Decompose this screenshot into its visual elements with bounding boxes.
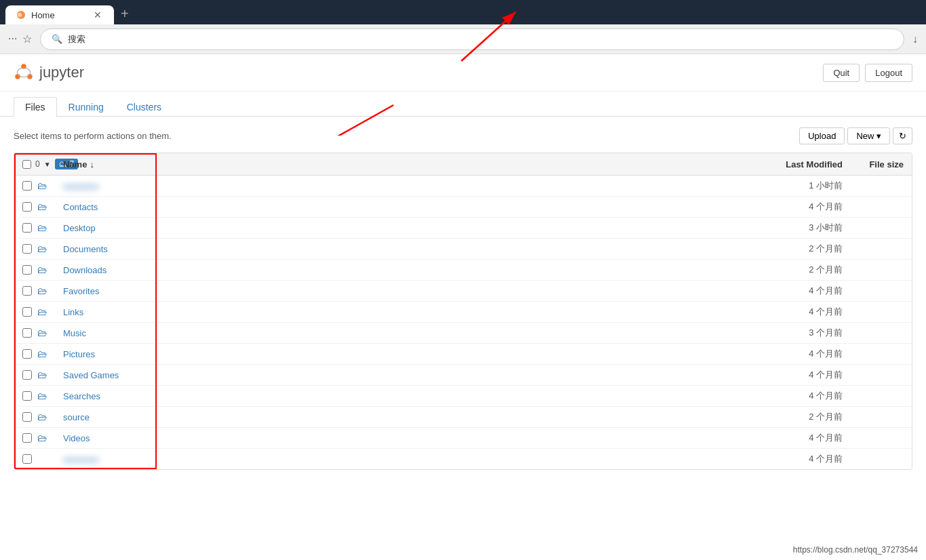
row-modified: 1 小时前 [748,180,843,192]
page-tabs: Files Running Clusters [0,92,926,117]
table-row: 🗁Downloads2 个月前 [14,260,912,281]
row-checkbox[interactable] [22,370,32,380]
dropdown-icon[interactable]: ▼ [44,161,51,168]
bookmark-icon[interactable]: ☆ [22,33,32,45]
content-area: Select items to perform actions on them.… [0,117,926,481]
file-link[interactable]: Desktop [63,223,96,233]
row-name-cell: Favorites [63,286,748,296]
row-checkbox[interactable] [22,181,32,191]
folder-icon: 🗁 [37,369,47,380]
row-modified: 4 个月前 [748,432,843,444]
folder-icon: 🗁 [37,348,47,359]
row-name-cell: Documents [63,244,748,254]
row-checkbox-cell: 🗁 [22,327,63,338]
row-name-cell: Searches [63,391,748,401]
header-file-size[interactable]: File size [843,159,904,169]
row-checkbox[interactable] [22,412,32,422]
row-checkbox[interactable] [22,433,32,443]
row-checkbox-cell: 🗁 [22,285,63,296]
dots-menu[interactable]: ··· [8,33,17,45]
logout-button[interactable]: Logout [865,64,912,82]
row-checkbox-cell: 🗁 [22,264,63,275]
search-icon-small: 🔍 [52,34,62,44]
row-name-cell: Saved Games [63,370,748,380]
row-modified: 2 个月前 [748,243,843,255]
row-checkbox-cell: 🗁 [22,201,63,212]
new-tab-button[interactable]: + [115,3,134,24]
tab-close-button[interactable]: ✕ [92,9,103,20]
row-name-cell: source [63,412,748,422]
table-row: 🗁Documents2 个月前 [14,239,912,260]
file-link[interactable]: Searches [63,391,100,401]
row-modified: 4 个月前 [748,369,843,381]
address-input[interactable]: 🔍 搜索 [40,28,904,50]
row-checkbox[interactable] [22,265,32,275]
file-link[interactable]: Pictures [63,349,95,359]
browser-chrome: Home ✕ + [0,0,926,24]
file-link[interactable]: Saved Games [63,370,119,380]
blurred-name: xxxxxxxx [63,454,98,464]
refresh-button[interactable]: ↻ [893,127,912,144]
tab-favicon [16,10,26,20]
file-link[interactable]: Favorites [63,286,99,296]
file-link[interactable]: Videos [63,433,90,443]
active-tab[interactable]: Home ✕ [5,5,114,24]
row-checkbox[interactable] [22,454,32,464]
row-checkbox[interactable] [22,391,32,401]
row-modified: 4 个月前 [748,285,843,297]
nav-controls: ··· ☆ [8,33,32,45]
new-button[interactable]: New ▾ [847,127,890,144]
row-name-cell: Music [63,328,748,338]
file-link[interactable]: Contacts [63,202,98,212]
header-name[interactable]: Name ↓ [63,159,748,169]
row-checkbox-cell: 🗁 [22,433,63,443]
row-modified: 3 个月前 [748,327,843,339]
row-checkbox-cell [22,454,63,464]
row-checkbox[interactable] [22,328,32,338]
row-checkbox-cell: 🗁 [22,391,63,401]
file-link[interactable]: Downloads [63,265,107,275]
quit-button[interactable]: Quit [823,64,860,82]
jupyter-logo: jupyter [14,62,84,83]
row-name-cell: xxxxxxxx [63,454,748,464]
tab-bar: Home ✕ + [5,3,134,24]
tab-running[interactable]: Running [57,97,115,117]
row-name-cell: Links [63,307,748,317]
file-link[interactable]: Music [63,328,86,338]
row-checkbox[interactable] [22,202,32,212]
folder-icon: 🗁 [37,327,47,338]
action-buttons: Upload New ▾ ↻ [799,127,912,144]
folder-icon: 🗁 [37,264,47,275]
file-link[interactable]: Documents [63,244,108,254]
row-modified: 4 个月前 [748,201,843,213]
row-checkbox-cell: 🗁 [22,180,63,191]
select-all-count: 0 [35,159,40,169]
file-link[interactable]: Links [63,307,83,317]
jupyter-header: jupyter Quit Logout [0,54,926,92]
row-checkbox[interactable] [22,286,32,296]
svg-point-9 [17,68,31,77]
row-modified: 4 个月前 [748,453,843,465]
file-link[interactable]: source [63,412,90,422]
header-last-modified[interactable]: Last Modified [748,159,843,169]
folder-icon: 🗁 [37,391,47,401]
select-all-checkbox[interactable] [22,160,31,169]
folder-icon: 🗁 [37,433,47,443]
table-row: 🗁Saved Games4 个月前 [14,365,912,386]
row-checkbox[interactable] [22,223,32,233]
table-row: 🗁Contacts4 个月前 [14,197,912,218]
row-checkbox[interactable] [22,244,32,254]
row-checkbox[interactable] [22,349,32,359]
tab-files[interactable]: Files [14,97,57,117]
header-checkbox-area: 0 ▼ 🗂 7 [22,159,63,169]
file-list-header: 0 ▼ 🗂 7 Name ↓ Last Modified File size [14,153,912,176]
tab-clusters[interactable]: Clusters [115,97,173,117]
table-row: 🗁Links4 个月前 [14,302,912,323]
svg-point-1 [18,13,22,17]
row-checkbox[interactable] [22,307,32,317]
folder-icon: 🗁 [37,222,47,233]
address-bar: ··· ☆ 🔍 搜索 ↓ [0,24,926,54]
blurred-name: xxxxxxxx [63,181,98,191]
upload-button[interactable]: Upload [799,127,845,144]
jupyter-logo-text: jupyter [39,64,84,81]
